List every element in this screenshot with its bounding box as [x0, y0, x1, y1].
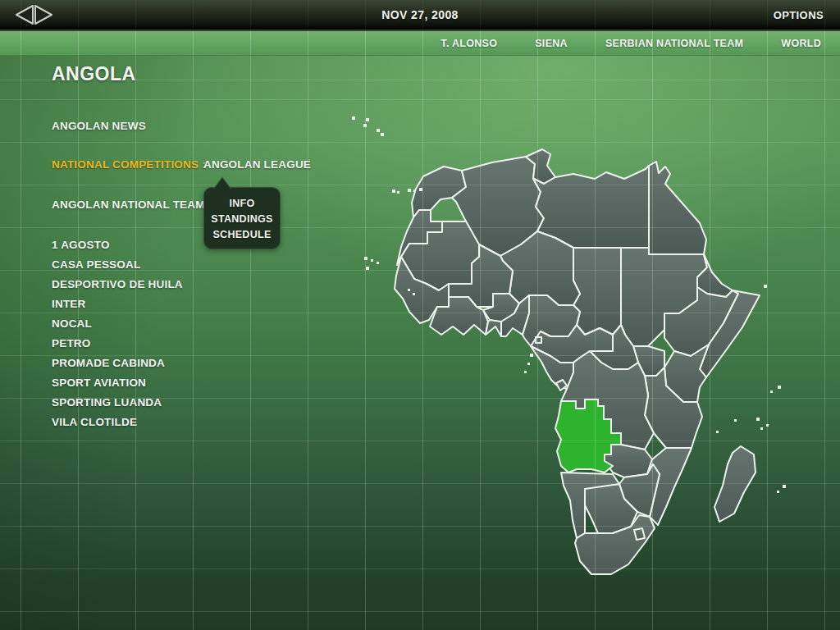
- sidebar-item-club[interactable]: PETRO: [52, 334, 183, 354]
- sidebar-item-club[interactable]: PROMADE CABINDA: [52, 354, 183, 373]
- map-countries[interactable]: [395, 149, 760, 574]
- page-title: ANGOLA: [52, 63, 136, 85]
- map-country-ghana: [486, 320, 501, 336]
- popup-menu-item[interactable]: SCHEDULE: [212, 227, 271, 243]
- league-context-popup: INFOSTANDINGSSCHEDULE: [203, 187, 281, 249]
- sidebar-item-club[interactable]: INTER: [52, 294, 183, 314]
- map-country-chad: [573, 248, 621, 335]
- sidebar-item-angolan-league[interactable]: ANGOLAN LEAGUE: [203, 158, 311, 171]
- club-list: 1 AGOSTOCASA PESSOALDESPORTIVO DE HUILAI…: [52, 235, 183, 432]
- map-country-egypt: [649, 162, 706, 254]
- sidebar-item-club[interactable]: DESPORTIVO DE HUILA: [52, 275, 183, 294]
- main-area: ANGOLA ANGOLAN NEWS NATIONAL COMPETITION…: [0, 56, 840, 630]
- sidebar-item-club[interactable]: CASA PESSOAL: [52, 255, 183, 275]
- sidebar-item-club[interactable]: 1 AGOSTO: [52, 235, 183, 255]
- sidebar-item-club[interactable]: SPORT AVIATION: [52, 373, 183, 393]
- sidebar-item-club[interactable]: SPORTING LUANDA: [52, 393, 183, 413]
- popup-menu-item[interactable]: STANDINGS: [211, 212, 272, 227]
- map-country-lesotho: [634, 528, 645, 540]
- game-screen: NOV 27, 2008 OPTIONS T. ALONSOSIENASERBI…: [0, 0, 840, 630]
- map-country-madagascar: [714, 446, 756, 522]
- sidebar-item-news[interactable]: ANGOLAN NEWS: [52, 120, 146, 132]
- sidebar-label-national-competitions: NATIONAL COMPETITIONS :: [52, 158, 206, 171]
- sidebar-item-club[interactable]: VILA CLOTILDE: [52, 413, 183, 432]
- sidebar-item-club[interactable]: NOCAL: [52, 314, 183, 334]
- popup-menu-item[interactable]: INFO: [229, 196, 254, 212]
- sidebar-item-national-team[interactable]: ANGOLAN NATIONAL TEAM: [52, 199, 205, 211]
